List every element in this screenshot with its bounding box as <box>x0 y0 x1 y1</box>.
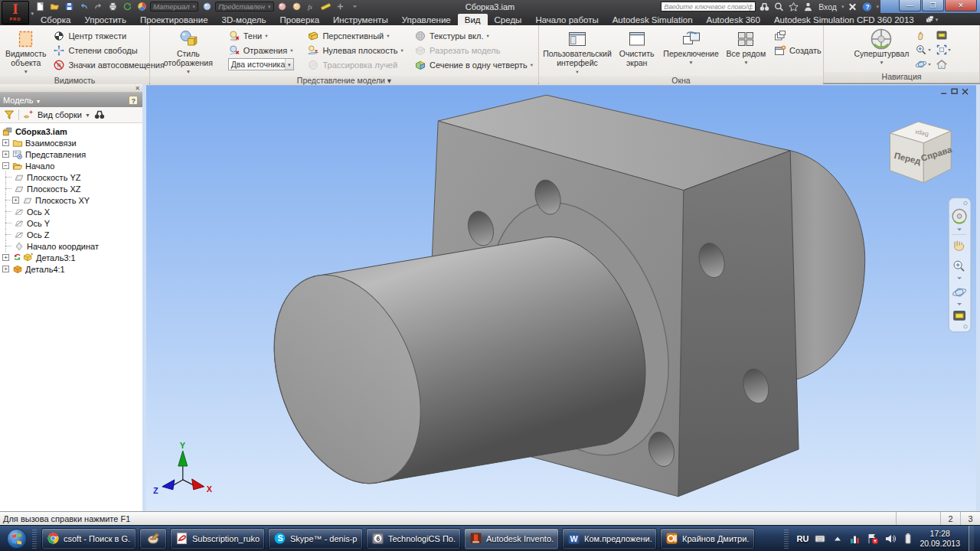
new-window-button[interactable]: Создать <box>771 43 820 57</box>
display-style-button[interactable]: Стиль отображения▼ <box>153 28 224 75</box>
app-menu-caret-icon[interactable]: ▾ <box>31 11 34 17</box>
show-desktop-button[interactable] <box>969 526 974 551</box>
viewport-navigation-bar[interactable] <box>949 198 971 332</box>
navigation-bar-button[interactable] <box>934 28 952 42</box>
qat-sphere-icon[interactable] <box>201 1 213 12</box>
tree-item-взаимосвязи[interactable]: +Взаимосвязи <box>2 137 142 148</box>
taskbar-button-inventor[interactable]: Autodesk Invento... <box>464 528 559 549</box>
help-icon[interactable]: ? <box>861 1 873 12</box>
steering-wheel-button[interactable]: Суперштурвал▼ <box>851 28 912 71</box>
tree-item-начало[interactable]: −Начало <box>2 160 142 171</box>
user-icon[interactable] <box>802 1 814 12</box>
tab-среды[interactable]: Среды <box>488 14 529 25</box>
qat-representation-combo[interactable]: Представлен▾ <box>215 2 273 11</box>
maximize-button[interactable]: ❐ <box>922 0 944 11</box>
tab-упростить[interactable]: Упростить <box>77 14 133 25</box>
qat-new-icon[interactable] <box>34 1 46 12</box>
taskbar-button-word[interactable]: WКом.предложени... <box>562 528 657 549</box>
qat-redo-icon[interactable] <box>92 1 104 12</box>
tab-вид[interactable]: Вид <box>458 14 488 25</box>
minimize-button[interactable]: — <box>899 0 921 11</box>
assembly-view-label[interactable]: Вид сборки <box>38 110 82 119</box>
browser-close-icon[interactable]: ✕ <box>135 85 140 92</box>
object-visibility-button[interactable]: Видимость объекта▼ <box>3 28 48 75</box>
tree-item-плоскость-xz[interactable]: Плоскость XZ <box>2 183 142 194</box>
shadows-button[interactable]: Тени▾ <box>225 28 303 43</box>
language-indicator[interactable]: RU <box>797 534 809 543</box>
browser-header[interactable]: Модель ▼ ? <box>0 93 142 107</box>
pan-button[interactable] <box>913 28 932 42</box>
browser-grab-bar[interactable]: ✕ <box>0 84 142 93</box>
qat-caret-icon[interactable] <box>349 1 361 12</box>
help-caret-icon[interactable]: ▾ <box>876 4 879 10</box>
tree-item-сборка3-iam[interactable]: Сборка3.iam <box>2 126 142 137</box>
volume-icon[interactable] <box>884 533 897 545</box>
qat-print-icon[interactable] <box>106 1 119 12</box>
qat-refresh-icon[interactable] <box>121 1 133 12</box>
zoom-all-button[interactable]: ▾ <box>934 43 952 57</box>
sign-in-link[interactable]: Вход <box>818 2 837 11</box>
tab-начало-работы[interactable]: Начало работы <box>528 14 605 25</box>
tree-item-плоскость-xy[interactable]: +Плоскость XY <box>2 194 142 206</box>
tree-item-ось-x[interactable]: Ось X <box>2 206 142 217</box>
qat-measure-icon[interactable] <box>320 1 332 12</box>
tree-expander-icon[interactable]: + <box>2 151 9 158</box>
viewport-3d-canvas[interactable]: Верх Перед Справа <box>146 84 976 512</box>
browser-help-icon[interactable]: ? <box>127 94 139 106</box>
assembly-view-icon[interactable] <box>22 109 34 121</box>
tree-item-деталь3-1[interactable]: +Деталь3:1 <box>2 252 142 263</box>
lighting-style-combo[interactable]: Два источника▾ <box>228 58 294 70</box>
tree-item-ось-z[interactable]: Ось Z <box>2 229 142 240</box>
quarter-section-button[interactable]: Сечение в одну четверть▾ <box>411 57 535 72</box>
keyboard-layout-icon[interactable] <box>814 533 826 545</box>
taskbar-button-paint[interactable] <box>139 528 167 549</box>
tree-item-деталь4-1[interactable]: +Деталь4:1 <box>2 263 142 275</box>
slice-model-button[interactable]: Разрезать модель <box>411 43 535 57</box>
search-magnifier-icon[interactable] <box>773 1 785 12</box>
tree-expander-icon[interactable]: + <box>12 197 19 204</box>
qat-sphere3-icon[interactable] <box>291 1 303 12</box>
orbit-button[interactable]: ▾ <box>913 57 932 71</box>
switch-windows-button[interactable]: Переключение▼ <box>661 28 720 75</box>
textures-button[interactable]: Текстуры вкл.▾ <box>411 28 535 43</box>
tree-expander-icon[interactable]: + <box>2 266 9 272</box>
tab-проектирование[interactable]: Проектирование <box>133 14 215 25</box>
browser-search-icon[interactable] <box>93 109 106 121</box>
cascade-windows-button[interactable] <box>771 28 820 43</box>
ground-plane-button[interactable]: Нулевая плоскость▾ <box>304 43 410 57</box>
qat-fx-icon[interactable]: fx <box>305 1 318 12</box>
home-view-button[interactable] <box>934 57 952 71</box>
qat-wheel-icon[interactable] <box>136 1 148 12</box>
assembly-view-caret-icon[interactable]: ▼ <box>85 112 90 118</box>
tile-all-button[interactable]: Все рядом▼ <box>723 28 769 75</box>
tree-expander-icon[interactable]: + <box>2 139 9 146</box>
start-button[interactable] <box>5 527 29 551</box>
tree-item-представления[interactable]: +Представления <box>2 148 142 160</box>
clean-screen-button[interactable]: Очистить экран <box>614 28 659 75</box>
close-button[interactable]: ✕ <box>945 0 977 11</box>
taskbar-button-tcs[interactable]: 6TechnologiCS По... <box>366 528 461 549</box>
inventor-app-button[interactable]: I PRO ▾ <box>2 1 29 24</box>
sign-in-caret-icon[interactable]: ▾ <box>841 4 844 10</box>
taskbar-button-chrome[interactable]: csoft - Поиск в G... <box>41 528 136 549</box>
resource-monitor-icon[interactable] <box>849 533 861 545</box>
tree-item-начало-координат[interactable]: Начало координат <box>2 240 142 252</box>
tree-item-ось-y[interactable]: Ось Y <box>2 217 142 229</box>
tree-expander-icon[interactable]: + <box>2 254 9 261</box>
taskbar-button-pdf[interactable]: Subscription_ruko... <box>170 528 265 549</box>
taskbar-button-skype[interactable]: SSkype™ - denis-p... <box>268 528 363 549</box>
tab-autodesk-simulation[interactable]: Autodesk Simulation <box>606 14 700 25</box>
exchange-apps-icon[interactable] <box>847 1 858 12</box>
ribbon-display-options[interactable]: ▾ <box>926 15 939 25</box>
tab-autodesk-simulation-cfd-360-2013[interactable]: Autodesk Simulation CFD 360 2013 <box>767 14 921 25</box>
qat-save-icon[interactable] <box>63 1 75 12</box>
taskbar-button-outlook[interactable]: Крайнов Дмитри... <box>660 528 755 549</box>
tab-управление[interactable]: Управление <box>395 14 458 25</box>
show-hidden-icons[interactable] <box>831 533 844 545</box>
tree-expander-icon[interactable]: − <box>2 162 9 169</box>
qat-open-icon[interactable] <box>48 1 60 12</box>
tree-item-плоскость-yz[interactable]: Плоскость YZ <box>2 171 142 183</box>
tab-3d-модель[interactable]: 3D-модель <box>215 14 273 25</box>
power-icon[interactable] <box>902 533 914 545</box>
qat-plus-icon[interactable] <box>335 1 347 12</box>
